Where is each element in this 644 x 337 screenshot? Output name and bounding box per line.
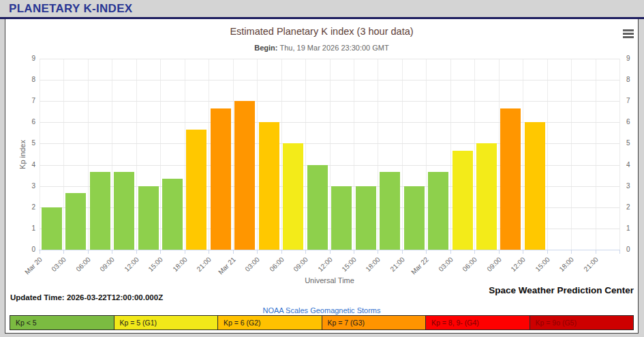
y-gridline — [40, 101, 619, 102]
noaa-scales-link[interactable]: NOAA Scales Geomagnetic Storms — [5, 306, 638, 314]
kp-bar — [500, 108, 521, 250]
y-axis-label-right: 2 — [626, 203, 630, 211]
y-axis-label-left: 4 — [5, 161, 35, 169]
legend-cell: Kp = 8, 9- (G4) — [426, 316, 530, 329]
x-axis-tick — [112, 250, 112, 254]
y-axis-label-left: 3 — [5, 182, 35, 190]
x-gridline — [136, 59, 137, 250]
y-axis-label-right: 6 — [626, 118, 630, 126]
y-axis-label-left: 7 — [5, 97, 35, 105]
y-axis-label-right: 8 — [626, 76, 630, 84]
y-axis-label-right: 1 — [626, 224, 630, 233]
x-axis-tick — [450, 250, 451, 254]
kp-bar — [307, 165, 328, 250]
x-axis-tick — [305, 250, 306, 254]
x-gridline — [305, 59, 306, 250]
kp-bar — [42, 207, 62, 250]
x-gridline — [63, 59, 64, 250]
kp-bar — [234, 101, 255, 250]
x-gridline — [547, 59, 548, 250]
legend-cell: Kp = 6 (G2) — [218, 316, 322, 329]
x-axis-tick — [88, 250, 89, 254]
y-axis-label-right: 4 — [626, 161, 630, 169]
x-axis-tick — [547, 250, 548, 254]
chart-subtitle-label: Begin: — [254, 44, 277, 52]
kp-bar — [525, 122, 545, 250]
chart-title: Estimated Planetary K index (3 hour data… — [5, 26, 638, 37]
kp-bar — [259, 122, 279, 250]
updated-time: Updated Time: 2026-03-22T12:00:00.000Z — [10, 293, 163, 302]
x-axis-tick — [378, 250, 378, 254]
y-axis-label-right: 3 — [626, 182, 630, 190]
y-axis-label-left: 5 — [5, 139, 35, 147]
y-axis-label-left: 8 — [5, 76, 35, 84]
y-axis-label-right: 7 — [626, 97, 630, 105]
x-gridline — [233, 59, 234, 250]
x-axis-tick — [596, 250, 596, 254]
x-axis-tick — [281, 250, 282, 254]
y-axis-label-left: 1 — [5, 224, 35, 233]
plot-area: Mar 2003:0006:0009:0012:0015:0018:0021:0… — [40, 59, 619, 250]
x-gridline — [596, 59, 596, 250]
updated-time-label: Updated Time: — [10, 293, 65, 302]
kp-bar — [331, 186, 352, 250]
x-gridline — [378, 59, 378, 250]
kindex-chart-panel: Estimated Planetary K index (3 hour data… — [5, 19, 639, 334]
x-axis-tick — [40, 250, 40, 254]
x-axis-tick — [233, 250, 234, 254]
x-gridline — [40, 59, 40, 250]
legend-cell: Kp < 5 — [10, 316, 114, 329]
kp-bar — [283, 143, 303, 250]
x-axis-title: Universal Time — [40, 276, 619, 284]
x-gridline — [185, 59, 185, 250]
kp-bar — [453, 151, 473, 250]
legend-cell: Kp = 5 (G1) — [114, 316, 219, 329]
y-gridline — [40, 80, 619, 80]
x-gridline — [330, 59, 331, 250]
x-axis-tick — [209, 250, 209, 254]
x-axis-tick — [63, 250, 64, 254]
x-axis-tick — [426, 250, 427, 254]
x-axis-tick — [330, 250, 331, 254]
y-axis-label-left: 6 — [5, 118, 35, 126]
y-axis-label-right: 0 — [626, 246, 630, 254]
x-gridline — [619, 59, 620, 250]
chart-subtitle-value: Thu, 19 Mar 2026 23:30:00 GMT — [280, 44, 389, 52]
kp-bar — [380, 172, 400, 250]
y-axis-label-left: 2 — [5, 203, 35, 211]
x-axis-tick — [257, 250, 258, 254]
y-axis-label-left: 9 — [5, 55, 35, 63]
x-axis-tick — [619, 250, 620, 254]
y-axis-title: Kp index — [18, 131, 27, 179]
y-gridline — [40, 59, 619, 59]
x-axis-tick — [499, 250, 500, 254]
x-axis-tick — [160, 250, 161, 254]
x-gridline — [160, 59, 161, 250]
x-gridline — [571, 59, 572, 250]
y-axis-label-right: 5 — [626, 139, 630, 147]
kp-bar — [356, 186, 376, 250]
x-gridline — [499, 59, 500, 250]
kp-bar — [211, 108, 231, 250]
hamburger-menu-icon[interactable] — [623, 29, 634, 40]
x-axis-tick — [571, 250, 572, 254]
kp-bar — [138, 186, 159, 250]
kp-bar — [90, 172, 110, 250]
x-axis-tick — [354, 250, 354, 254]
kp-scale-legend: Kp < 5Kp = 5 (G1)Kp = 6 (G2)Kp = 7 (G3)K… — [10, 315, 634, 330]
kp-bar — [186, 130, 206, 250]
y-axis-label-right: 9 — [626, 55, 630, 63]
x-gridline — [450, 59, 451, 250]
legend-cell: Kp = 9o (G5) — [530, 316, 634, 329]
x-axis-tick — [523, 250, 523, 254]
legend-cell: Kp = 7 (G3) — [322, 316, 427, 329]
x-axis-tick — [185, 250, 185, 254]
x-gridline — [209, 59, 209, 250]
x-gridline — [474, 59, 475, 250]
x-gridline — [112, 59, 112, 250]
x-gridline — [88, 59, 89, 250]
x-gridline — [523, 59, 523, 250]
updated-time-value: 2026-03-22T12:00:00.000Z — [67, 293, 163, 302]
page-header: PLANETARY K-INDEX — [0, 0, 644, 17]
x-axis-tick — [402, 250, 403, 254]
